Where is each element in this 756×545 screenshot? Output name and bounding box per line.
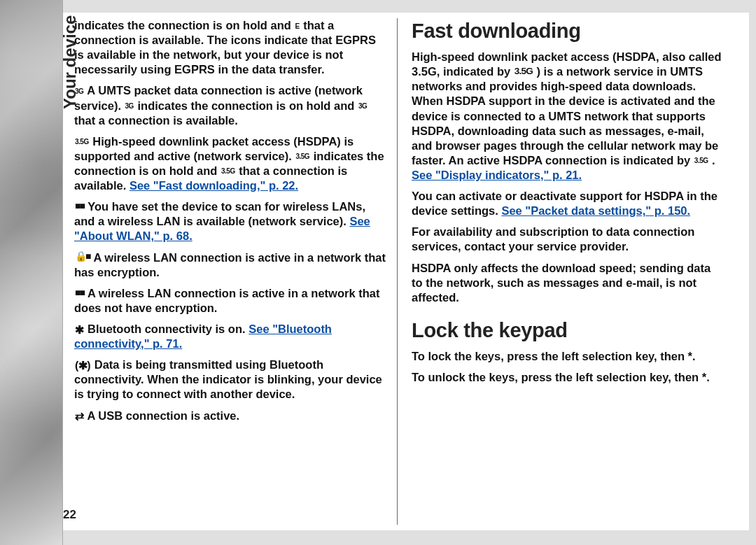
text: You have set the device to scan for wire… (74, 200, 365, 227)
text: High-speed downlink packet access (HSDPA… (74, 135, 354, 162)
link-fast-downloading[interactable]: See "Fast downloading," p. 22. (130, 179, 298, 192)
text: indicates the connection is on hold and (74, 19, 294, 31)
paragraph-hsdpa-download-only: HSDPA only affects the download speed; s… (412, 261, 722, 305)
bluetooth-icon: ✱ (74, 325, 85, 336)
paragraph-umts: 3G A UMTS packet data connection is acti… (74, 83, 387, 127)
page-number: 22 (63, 508, 76, 522)
text: A USB connection is active. (87, 409, 239, 422)
page-content: Your device 22 indicates the connection … (63, 13, 749, 530)
paragraph-wlan-scan: ■■ You have set the device to scan for w… (74, 199, 387, 243)
paragraph-unlock-keys: To unlock the keys, press the left selec… (412, 370, 722, 385)
paragraph-availability: For availability and subscription to dat… (412, 225, 722, 254)
paragraph-hsdpa-settings: You can activate or deactivate support f… (412, 189, 722, 218)
text: indicates the connection is on hold and (138, 99, 358, 112)
wlan-encrypted-icon: 🔒■ (74, 251, 90, 261)
link-display-indicators[interactable]: See "Display indicators," p. 21. (412, 169, 582, 181)
paragraph-hsdpa: 3.5G High-speed downlink packet access (… (74, 134, 387, 193)
left-column: indicates the connection is on hold and … (70, 18, 398, 525)
hsdpa-active-icon: 3.5G (694, 157, 709, 164)
text: A wireless LAN connection is active in a… (74, 287, 379, 314)
text: Bluetooth connectivity is on. (88, 323, 248, 335)
section-tab: Your device (59, 13, 80, 135)
text: A wireless LAN connection is active in a… (74, 251, 386, 278)
hsdpa-35g-icon: 3.5G (514, 66, 533, 76)
heading-lock-keypad: Lock the keypad (412, 318, 722, 344)
text: ) is a network service in UMTS networks … (412, 65, 718, 167)
paragraph-lock-keys: To lock the keys, press the left selecti… (412, 349, 722, 364)
umts-available-icon: 3G (358, 103, 368, 110)
paragraph-wlan-open: ■■ A wireless LAN connection is active i… (74, 286, 387, 316)
egprs-hold-icon: E (294, 23, 300, 30)
paragraph-egprs: indicates the connection is on hold and … (74, 18, 387, 77)
link-packet-data-settings[interactable]: See "Packet data settings," p. 150. (501, 204, 690, 217)
paragraph-bluetooth-tx: (✱) Data is being transmitted using Blue… (74, 358, 387, 402)
paragraph-bluetooth-on: ✱ Bluetooth connectivity is on. See "Blu… (74, 322, 387, 351)
usb-icon: ⇄ (74, 411, 85, 422)
page-margin-texture (0, 0, 63, 545)
right-column: Fast downloading High-speed downlink pac… (398, 18, 725, 525)
text: that a connection is available. (74, 114, 238, 127)
umts-hold-icon: 3G (125, 103, 134, 110)
wlan-open-icon: ■■ (74, 288, 85, 297)
heading-fast-downloading: Fast downloading (412, 18, 722, 44)
paragraph-usb: ⇄ A USB connection is active. (74, 409, 387, 423)
hsdpa-available-icon: 3.5G (220, 168, 236, 175)
text: Data is being transmitted using Bluetoot… (74, 358, 382, 400)
paragraph-wlan-encrypted: 🔒■ A wireless LAN connection is active i… (74, 250, 387, 280)
text: . (712, 154, 715, 167)
bluetooth-tx-icon: (✱) (74, 360, 91, 371)
hsdpa-active-icon: 3.5G (74, 139, 90, 146)
hsdpa-hold-icon: 3.5G (295, 153, 310, 160)
paragraph-hsdpa-desc: High-speed downlink packet access (HSDPA… (412, 50, 722, 183)
wlan-scan-icon: ■■ (74, 201, 85, 211)
